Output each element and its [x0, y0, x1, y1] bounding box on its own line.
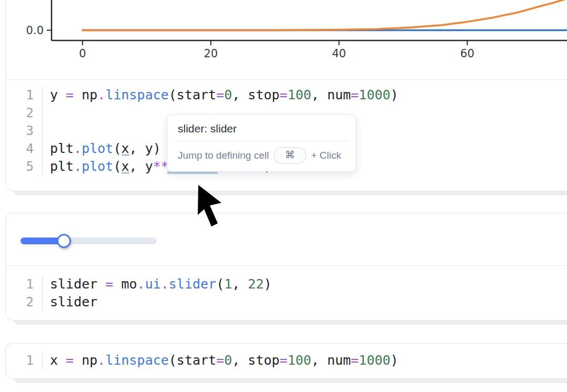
code-token: , y)	[129, 141, 161, 156]
plot-output: 0.00204060	[6, 0, 567, 80]
line-number: 4	[6, 140, 43, 158]
code-token: mo	[113, 276, 137, 292]
line-number: 1	[6, 275, 43, 293]
code-token: plt	[50, 141, 74, 156]
code-token: .	[137, 276, 145, 292]
code-token: linspace	[105, 353, 168, 368]
code-token: slider	[50, 276, 105, 292]
code-row[interactable]: 2slider	[6, 293, 567, 311]
slider-thumb[interactable]	[57, 234, 71, 248]
y-tick-label: 0.0	[26, 24, 44, 37]
code-token: linspace	[105, 87, 168, 102]
command-key-icon: ⌘	[285, 148, 295, 162]
chart-series-line	[83, 0, 567, 30]
code-token: ui	[145, 276, 161, 292]
notebook-cell-x: 1x = np.linspace(start=0, stop=100, num=…	[5, 343, 567, 379]
code-token: =	[280, 87, 288, 102]
code-token: , num	[311, 87, 351, 102]
code-editor[interactable]: 1x = np.linspace(start=0, stop=100, num=…	[6, 344, 567, 378]
code-token: slider	[50, 294, 97, 310]
code-token: slider	[169, 276, 216, 292]
code-token: , stop	[232, 87, 279, 102]
code-token: =	[351, 353, 359, 368]
matplotlib-chart: 0.00204060	[6, 0, 567, 79]
x-tick-label: 20	[204, 47, 218, 60]
x-tick-label: 0	[79, 47, 86, 60]
code-token: (	[216, 276, 224, 292]
code-line[interactable]: y = np.linspace(start=0, stop=100, num=1…	[43, 86, 398, 104]
code-line[interactable]: plt.plot(x, y)	[43, 140, 161, 158]
notebook-cell-slider: 1slider = mo.ui.slider(1, 22)2slider	[5, 213, 567, 321]
code-row[interactable]: 1x = np.linspace(start=0, stop=100, num=…	[6, 352, 567, 369]
code-token: )	[390, 87, 398, 102]
code-token: =	[66, 87, 74, 102]
code-token: 0	[224, 353, 232, 368]
code-token: , num	[311, 353, 351, 368]
code-token: 1	[224, 276, 232, 292]
code-row[interactable]: 1slider = mo.ui.slider(1, 22)	[6, 275, 567, 293]
code-row[interactable]: 1y = np.linspace(start=0, stop=100, num=…	[6, 86, 567, 104]
code-token: 1000	[359, 87, 390, 102]
code-token: .	[161, 276, 169, 292]
x-tick-label: 60	[460, 47, 474, 60]
code-token: 100	[288, 87, 311, 102]
code-token: (start	[169, 87, 216, 102]
code-token: plt	[50, 159, 74, 174]
code-line[interactable]	[43, 104, 50, 122]
line-number: 5	[6, 158, 43, 176]
variable-link[interactable]: x	[122, 159, 129, 174]
code-token: =	[105, 276, 113, 292]
code-token: (	[113, 159, 121, 174]
command-key-badge: ⌘	[274, 147, 306, 164]
code-line[interactable]	[43, 122, 50, 140]
x-tick-label: 40	[332, 47, 346, 60]
code-token: (start	[169, 353, 216, 368]
code-token: .	[74, 159, 82, 174]
code-token: (	[113, 141, 121, 156]
tooltip-hint: Jump to defining cell ⌘ + Click	[167, 141, 356, 171]
code-line[interactable]: x = np.linspace(start=0, stop=100, num=1…	[43, 352, 398, 369]
code-line[interactable]: slider = mo.ui.slider(1, 22)	[43, 275, 272, 293]
code-token: =	[216, 87, 224, 102]
tooltip-action-label: Jump to defining cell	[178, 150, 269, 161]
code-token: ,	[232, 276, 248, 292]
cursor-arrow-icon	[197, 184, 223, 229]
code-token: =	[66, 353, 74, 368]
code-token: plot	[82, 141, 113, 156]
code-line[interactable]: slider	[43, 293, 97, 311]
code-editor[interactable]: 1slider = mo.ui.slider(1, 22)2slider	[6, 266, 567, 321]
code-token: , y	[129, 159, 153, 174]
code-token: .	[74, 141, 82, 156]
code-token: np	[74, 353, 97, 368]
code-token: .	[97, 353, 105, 368]
code-token: 0	[224, 87, 232, 102]
line-number: 3	[6, 122, 43, 140]
variable-tooltip: slider: slider Jump to defining cell ⌘ +…	[167, 115, 356, 172]
code-token: 1000	[359, 353, 390, 368]
code-token: 22	[248, 276, 264, 292]
code-token: , stop	[232, 353, 279, 368]
line-number: 2	[6, 293, 43, 311]
code-token: )	[264, 276, 271, 292]
code-token: plot	[82, 159, 113, 174]
line-number: 1	[6, 352, 43, 369]
code-token: x	[50, 353, 66, 368]
code-token: =	[280, 353, 288, 368]
variable-link[interactable]: x	[122, 141, 129, 156]
code-token: =	[216, 353, 224, 368]
code-token: 100	[288, 353, 311, 368]
tooltip-title: slider: slider	[167, 115, 356, 141]
code-token: .	[97, 87, 105, 102]
code-token: y	[50, 87, 66, 102]
tooltip-click-label: + Click	[311, 150, 341, 161]
code-token: np	[74, 87, 97, 102]
code-token: =	[351, 87, 359, 102]
slider-track[interactable]	[21, 238, 157, 244]
line-number: 1	[6, 86, 43, 104]
slider-output	[6, 213, 567, 266]
code-token: )	[390, 353, 398, 368]
line-number: 2	[6, 104, 43, 122]
